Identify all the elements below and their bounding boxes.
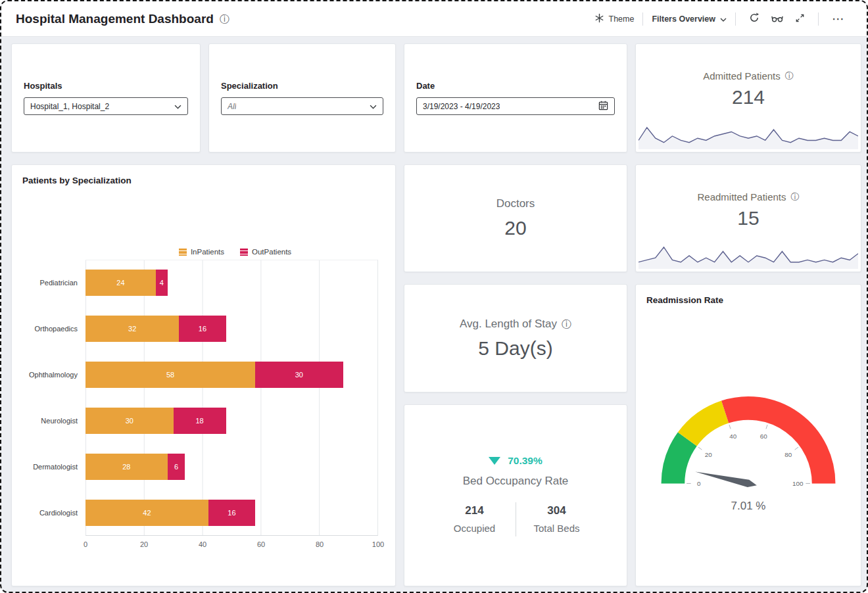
- readmission-gauge: 020406080100 7.01 %: [646, 386, 850, 513]
- header-divider: [642, 12, 643, 26]
- bar-row: Pediatrician244: [22, 260, 385, 306]
- readmission-rate-card: Readmission Rate 020406080100 7.01 %: [635, 284, 861, 586]
- bar-value-label: 16: [199, 325, 206, 333]
- x-tick-label: 80: [316, 540, 324, 548]
- bar-segment[interactable]: 24: [85, 270, 156, 296]
- category-label: Ophthalmology: [22, 371, 85, 379]
- theme-button[interactable]: Theme: [593, 11, 636, 28]
- filters-overview-label: Filters Overview: [652, 14, 715, 24]
- specialization-select[interactable]: All: [221, 97, 383, 115]
- specialization-select-value: All: [228, 102, 236, 111]
- patients-by-specialization-card: Patients by Specialization InPatientsOut…: [11, 164, 396, 586]
- legend-label: InPatients: [191, 248, 224, 256]
- legend-item[interactable]: OutPatients: [240, 248, 291, 256]
- legend-marker-icon: [240, 249, 248, 256]
- theme-icon: [594, 13, 604, 25]
- total-beds-label: Total Beds: [533, 523, 581, 534]
- bar-segment[interactable]: 30: [85, 408, 174, 434]
- bar-segment[interactable]: 16: [208, 500, 255, 526]
- bar-segment[interactable]: 18: [174, 408, 226, 434]
- hospitals-filter-card: Hospitals Hospital_1, Hospital_2: [11, 43, 201, 153]
- gauge-arc: 020406080100: [646, 386, 850, 498]
- category-label: Orthopaedics: [22, 325, 85, 333]
- down-triangle-icon: [489, 457, 500, 465]
- admitted-patients-sparkline: [639, 122, 858, 149]
- svg-text:20: 20: [705, 450, 712, 458]
- bar-row: Cardiologist4216: [22, 490, 385, 536]
- occupied-label: Occupied: [451, 523, 498, 534]
- readmitted-patients-value: 15: [737, 207, 759, 229]
- bar-segment[interactable]: 4: [156, 270, 168, 296]
- calendar-icon: [598, 101, 608, 112]
- bar-x-axis: 020406080100: [85, 536, 378, 550]
- bar-value-label: 24: [116, 279, 124, 287]
- total-beds-value: 304: [533, 504, 581, 517]
- bar-row: Neurologist3018: [22, 398, 385, 444]
- gauge-title: Readmission Rate: [646, 295, 850, 305]
- avg-stay-value: 5 Day(s): [478, 337, 552, 360]
- refresh-button[interactable]: [743, 10, 765, 28]
- date-range-input[interactable]: 3/19/2023 - 4/19/2023: [416, 97, 615, 115]
- svg-text:40: 40: [729, 433, 736, 440]
- bar-chart-title: Patients by Specialization: [22, 176, 385, 185]
- bar-segment[interactable]: 32: [85, 316, 179, 342]
- hospitals-select[interactable]: Hospital_1, Hospital_2: [24, 97, 188, 115]
- readmitted-patients-sparkline: [639, 241, 858, 269]
- bar-chart-plot: Pediatrician244Orthopaedics3216Ophthalmo…: [22, 260, 385, 536]
- bar-segment[interactable]: 16: [179, 316, 226, 342]
- theme-label: Theme: [609, 14, 635, 24]
- fullscreen-button[interactable]: [789, 11, 811, 28]
- bed-occupancy-card: 70.39% Bed Occupancy Rate 214 Occupied 3…: [404, 404, 627, 586]
- bar-value-label: 16: [228, 509, 235, 517]
- more-menu-button[interactable]: ⋯: [826, 10, 851, 28]
- expand-icon: [795, 13, 805, 25]
- bar-value-label: 18: [195, 417, 203, 425]
- date-label: Date: [416, 81, 615, 91]
- date-range-value: 3/19/2023 - 4/19/2023: [423, 102, 500, 111]
- glasses-icon: [771, 13, 783, 25]
- info-icon[interactable]: ⓘ: [791, 193, 800, 201]
- preview-button[interactable]: [765, 11, 789, 28]
- bar-segment[interactable]: 30: [255, 362, 343, 388]
- page-title: Hospital Management Dashboard: [16, 12, 214, 26]
- category-label: Pediatrician: [22, 279, 85, 287]
- readmitted-patients-card: Readmitted Patients ⓘ 15: [635, 164, 861, 272]
- x-tick-label: 20: [140, 540, 148, 548]
- info-icon[interactable]: ⓘ: [220, 14, 229, 24]
- header-divider: [818, 12, 819, 26]
- info-icon[interactable]: ⓘ: [562, 319, 571, 329]
- x-tick-label: 40: [199, 540, 206, 548]
- bar-value-label: 30: [295, 371, 303, 379]
- admitted-patients-card: Admitted Patients ⓘ 214: [635, 43, 861, 153]
- app-header: Hospital Management Dashboard ⓘ Theme Fi…: [1, 1, 867, 37]
- bar-value-label: 28: [122, 463, 130, 471]
- x-tick-label: 100: [372, 540, 384, 548]
- svg-text:100: 100: [792, 480, 804, 487]
- bar-row: Ophthalmology5830: [22, 352, 385, 398]
- bar-value-label: 32: [128, 325, 136, 333]
- dashboard-grid: Hospitals Hospital_1, Hospital_2 Special…: [1, 37, 867, 593]
- specialization-label: Specialization: [221, 81, 383, 91]
- refresh-icon: [749, 12, 760, 25]
- occupancy-rate-value: 70.39%: [508, 455, 542, 467]
- occupied-value: 214: [451, 504, 498, 517]
- legend-item[interactable]: InPatients: [179, 248, 224, 256]
- chevron-down-icon: [174, 102, 181, 111]
- dashboard-page: Hospital Management Dashboard ⓘ Theme Fi…: [0, 0, 868, 593]
- bar-value-label: 42: [143, 509, 151, 517]
- bar-segment[interactable]: 28: [85, 454, 168, 480]
- bar-segment[interactable]: 58: [85, 362, 255, 388]
- svg-text:60: 60: [760, 433, 767, 440]
- info-icon[interactable]: ⓘ: [785, 72, 794, 80]
- filters-overview-button[interactable]: Filters Overview: [650, 12, 728, 26]
- doctors-card: Doctors 20: [404, 164, 627, 272]
- gauge-value-label: 7.01 %: [646, 500, 850, 513]
- svg-text:0: 0: [697, 480, 701, 487]
- svg-text:80: 80: [784, 450, 792, 458]
- bar-segment[interactable]: 6: [168, 454, 185, 480]
- category-label: Cardiologist: [22, 509, 85, 517]
- bar-segment[interactable]: 42: [85, 500, 208, 526]
- bar-value-label: 4: [160, 279, 164, 287]
- category-label: Neurologist: [22, 417, 85, 425]
- bar-row: Dermatologist286: [22, 444, 385, 490]
